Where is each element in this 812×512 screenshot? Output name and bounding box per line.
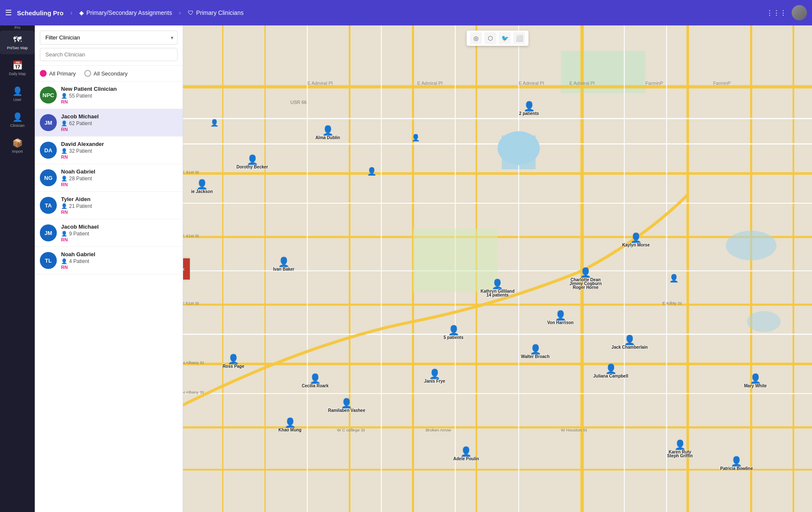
- map-area[interactable]: E Admiral Pl E Admiral Pl E Admiral Pl E…: [183, 25, 812, 512]
- collapse-panel-button[interactable]: «: [183, 258, 190, 280]
- marker-ivan-baker[interactable]: 👤 Ivan Baker: [273, 257, 295, 271]
- marker-label: Mary White: [744, 383, 767, 388]
- filter-clinician-select[interactable]: Filter Clinician: [40, 31, 178, 45]
- marker-janis[interactable]: 👤 Janis Frye: [424, 368, 445, 383]
- clinician-avatar: DA: [40, 142, 57, 159]
- clinician-list-item[interactable]: JM Jacob Michael 👤 9 Patient RN: [35, 219, 183, 247]
- svg-text:E Admiral Pl: E Admiral Pl: [307, 81, 333, 86]
- marker-jack[interactable]: 👤 Jack Chamberlain: [612, 334, 648, 349]
- svg-text:E Kilbly St: E Kilbly St: [662, 301, 682, 305]
- patients-icon: 👤: [61, 231, 67, 237]
- marker-mary[interactable]: 👤 Mary White: [744, 373, 767, 388]
- marker-extra-4[interactable]: 👤: [210, 119, 219, 127]
- marker-label: Janis Frye: [424, 378, 445, 383]
- marker-extra-1[interactable]: 👤: [367, 167, 376, 176]
- marker-kaylyn-morse[interactable]: 👤 Kaylyn Morse: [622, 232, 650, 247]
- grid-icon[interactable]: ⋮⋮⋮: [766, 9, 787, 17]
- clinician-info: Noah Gabriel 👤 28 Patient RN: [61, 168, 178, 187]
- patient-count: 21 Patient: [69, 203, 92, 209]
- clinician-patient-row: 👤 55 Patient: [61, 93, 178, 99]
- marker-2-patients[interactable]: 👤 2 patients: [519, 101, 539, 115]
- search-wrap: [40, 48, 178, 61]
- marker-extra-3[interactable]: 👤: [669, 274, 679, 283]
- breadcrumb-assignments[interactable]: ◆ Primary/Secondary Assignments: [79, 9, 172, 16]
- marker-khao[interactable]: 👤 Khao Mung: [278, 417, 301, 432]
- clinician-list-item[interactable]: JM Jacob Michael 👤 62 Patient RN: [35, 109, 183, 137]
- breadcrumb-separator-1: ›: [70, 9, 72, 16]
- svg-text:E Admiral Pl: E Admiral Pl: [519, 81, 544, 86]
- marker-cecilia[interactable]: 👤 Cecilia Roark: [302, 373, 328, 388]
- marker-kathryn[interactable]: 👤 Kathryn Gilliland 14 patients: [481, 279, 514, 297]
- svg-point-31: [498, 131, 540, 165]
- sidebar-item-user[interactable]: 👤 User: [0, 82, 35, 106]
- svg-text:N Albany St: N Albany St: [183, 360, 204, 365]
- marker-juliana[interactable]: 👤 Juliana Campbell: [593, 364, 628, 378]
- clinician-patient-row: 👤 21 Patient: [61, 203, 178, 209]
- clinician-list-item[interactable]: TA Tyler Aiden 👤 21 Patient RN: [35, 192, 183, 219]
- marker-patricia[interactable]: 👤 Patricia Bowline: [720, 456, 753, 471]
- patients-icon: 👤: [61, 258, 67, 264]
- marker-ross-page[interactable]: 👤 Ross Page: [222, 354, 244, 369]
- marker-label: Walter Broach: [521, 354, 549, 359]
- clinician-name: David Alexander: [61, 141, 178, 147]
- patient-count: 32 Patient: [69, 148, 92, 154]
- patients-icon: 👤: [61, 148, 67, 154]
- marker-label-2: Steph Griffin: [667, 453, 693, 458]
- clinician-patient-row: 👤 32 Patient: [61, 148, 178, 154]
- clinician-list-item[interactable]: NG Noah Gabriel 👤 28 Patient RN: [35, 164, 183, 192]
- svg-point-33: [747, 311, 781, 332]
- svg-text:E 31st St: E 31st St: [183, 170, 199, 174]
- map-tool-refresh[interactable]: ◎: [470, 32, 482, 44]
- marker-karen[interactable]: 👤 Karen Ruty Steph Griffin: [667, 439, 693, 458]
- marker-extra-2[interactable]: 👤: [412, 133, 420, 141]
- clinician-avatar: NPC: [40, 87, 57, 104]
- toggle-primary[interactable]: All Primary: [40, 70, 76, 77]
- marker-label: ie Jackson: [191, 189, 213, 193]
- svg-text:E Admiral Pl: E Admiral Pl: [570, 81, 595, 86]
- clinician-list: NPC New Patient Clinician 👤 55 Patient R…: [35, 81, 183, 512]
- marker-charlotte[interactable]: 👤 Charlotte Dean Jimmy Cogburn Roger Hor…: [570, 267, 602, 290]
- marker-jackson[interactable]: 👤 ie Jackson: [191, 179, 213, 193]
- toggle-secondary[interactable]: All Secondary: [84, 70, 128, 77]
- breadcrumb-separator-2: ›: [179, 9, 181, 16]
- patient-count: 9 Patient: [69, 231, 89, 237]
- clinician-patient-row: 👤 62 Patient: [61, 120, 178, 126]
- clinician-info: Jacob Michael 👤 62 Patient RN: [61, 113, 178, 132]
- clinician-role: RN: [61, 182, 178, 187]
- clinician-role: RN: [61, 265, 178, 270]
- clinician-list-item[interactable]: NPC New Patient Clinician 👤 55 Patient R…: [35, 81, 183, 109]
- map-tool-square[interactable]: ⬜: [513, 32, 525, 44]
- sidebar-item-daily-map[interactable]: 📅 Daily Map: [0, 56, 35, 80]
- hamburger-icon[interactable]: ☰: [5, 8, 12, 17]
- breadcrumb-clinicians[interactable]: 🛡 Primary Clinicians: [188, 9, 244, 16]
- sidebar-item-prisec-map[interactable]: 🗺 Pri/Sec Map: [0, 31, 35, 54]
- marker-adele[interactable]: 👤 Adele Poulin: [453, 446, 479, 461]
- clinician-list-item[interactable]: TL Noah Gabriel 👤 4 Patient RN: [35, 247, 183, 274]
- svg-text:E 51st St: E 51st St: [183, 301, 199, 305]
- marker-5-patients[interactable]: 👤 5 patients: [444, 325, 464, 339]
- marker-label: Khao Mung: [278, 427, 301, 432]
- clinician-role: RN: [61, 237, 178, 242]
- svg-text:W C college St: W C college St: [337, 428, 365, 432]
- marker-walter[interactable]: 👤 Walter Broach: [521, 344, 549, 359]
- top-navigation: ☰ Scheduling Pro › ◆ Primary/Secondary A…: [0, 0, 812, 25]
- filter-select-wrap: Filter Clinician ▾: [40, 31, 178, 45]
- marker-dorothy-becker[interactable]: 👤 Dorothy Becker: [236, 154, 268, 169]
- clinician-name: Tyler Aiden: [61, 196, 178, 202]
- clinician-list-item[interactable]: DA David Alexander 👤 32 Patient RN: [35, 137, 183, 164]
- sidebar-item-clinician[interactable]: 👤 Clinician: [0, 108, 35, 132]
- sidebar-item-import[interactable]: 📦 Import: [0, 134, 35, 158]
- sidebar: ⏱ Schedule Pro 🗺 Pri/Sec Map 📅 Daily Map…: [0, 0, 35, 512]
- svg-text:Broken Arrow: Broken Arrow: [425, 428, 451, 432]
- marker-alma-dublin[interactable]: 👤 Alma Dublin: [315, 125, 340, 140]
- search-clinician-input[interactable]: [40, 48, 178, 61]
- clinician-role: RN: [61, 154, 178, 159]
- marker-label: Ivan Baker: [273, 267, 295, 271]
- clinician-name: Jacob Michael: [61, 224, 178, 230]
- marker-von-harrison[interactable]: 👤 Von Harrison: [547, 310, 573, 325]
- marker-ramilaben[interactable]: 👤 Ramilaben Vashee: [328, 397, 365, 412]
- primary-dot: [40, 70, 47, 77]
- map-tool-layers[interactable]: ⬡: [484, 32, 496, 44]
- map-tool-twitter[interactable]: 🐦: [499, 32, 511, 44]
- user-avatar[interactable]: [792, 5, 807, 20]
